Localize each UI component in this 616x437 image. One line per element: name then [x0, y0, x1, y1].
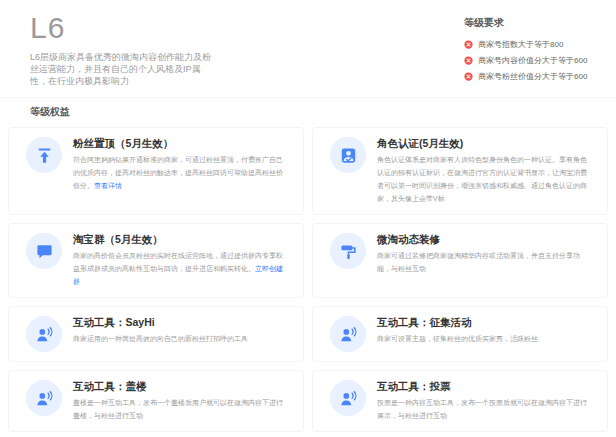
person-wave-icon: [26, 316, 62, 352]
benefit-description: 投票是一种内容互动工具，发布一个投票后就可以在微淘内容下进行展示，与粉丝进行互动: [377, 396, 593, 422]
benefit-desc-text: 商家可设置主题，征集粉丝的优质买家秀，活跃粉丝: [377, 335, 538, 342]
level-summary: L6 L6层级商家具备优秀的微淘内容创作能力及粉丝运营能力，并且有自己的个人风格…: [30, 12, 216, 87]
benefit-title: 互动工具：投票: [377, 380, 593, 393]
person-wave-icon: [330, 380, 366, 416]
benefit-desc-text: 盖楼是一种互动工具，发布一个盖楼后用户就可以在微淘内容下进行盖楼，与粉丝进行互动: [73, 399, 283, 419]
benefit-title: 微淘动态装修: [377, 233, 593, 246]
benefit-description: 盖楼是一种互动工具，发布一个盖楼后用户就可以在微淘内容下进行盖楼，与粉丝进行互动: [73, 396, 289, 422]
person-wave-icon: [330, 316, 366, 352]
benefit-title: 淘宝群（5月生效）: [73, 233, 289, 246]
benefit-card-vote: 互动工具：投票 投票是一种内容互动工具，发布一个投票后就可以在微淘内容下进行展示…: [312, 370, 608, 432]
requirement-text: 商家号粉丝价值分大于等于600: [478, 71, 587, 82]
benefit-card-taobao-group: 淘宝群（5月生效） 商家的高价值会员及粉丝的实时在线运营阵地，通过提供群内专享权…: [8, 223, 304, 298]
requirement-text: 商家号指数大于等于800: [478, 39, 563, 50]
level-description: L6层级商家具备优秀的微淘内容创作能力及粉丝运营能力，并且有自己的个人风格及IP…: [30, 51, 216, 87]
person-wave-icon: [26, 380, 62, 416]
cross-circle-icon: [464, 72, 473, 81]
benefit-desc-text: 商家运用的一种简短高效的向自己的新粉丝打招呼的工具: [73, 335, 248, 342]
level-title: L6: [30, 12, 216, 44]
requirement-item: 商家号粉丝价值分大于等于600: [464, 71, 604, 82]
benefit-card-collection-activity: 互动工具：征集活动 商家可设置主题，征集粉丝的优质买家秀，活跃粉丝: [312, 306, 608, 362]
merchant-level-page: L6 L6层级商家具备优秀的微淘内容创作能力及粉丝运营能力，并且有自己的个人风格…: [0, 0, 616, 437]
benefit-title: 互动工具：SayHi: [73, 316, 248, 329]
requirement-text: 商家号内容价值分大于等于600: [478, 55, 587, 66]
benefit-card-role-certification: 角色认证(5月生效) 角色认证体系是对商家有人设特色型身份角色的一种认证。享有角…: [312, 127, 608, 215]
benefit-card-fans-pin-top: 粉丝置顶（5月生效） 符合阿里妈妈钻展开通标准的商家，可通过粉丝置顶，付费推广自…: [8, 127, 304, 215]
level-requirements: 等级要求 商家号指数大于等于800 商家号内容价值分大于等于600 商家号粉丝价…: [464, 12, 604, 87]
paint-roller-icon: [330, 233, 366, 269]
benefit-desc-text: 角色认证体系是对商家有人设特色型身份角色的一种认证。享有角色认证的独有认证标识，…: [377, 156, 587, 202]
benefit-title: 角色认证(5月生效): [377, 137, 593, 150]
top-section: L6 L6层级商家具备优秀的微淘内容创作能力及粉丝运营能力，并且有自己的个人风格…: [0, 0, 616, 98]
pin-top-icon: [26, 137, 62, 173]
cross-circle-icon: [464, 56, 473, 65]
benefit-description: 商家可设置主题，征集粉丝的优质买家秀，活跃粉丝: [377, 332, 538, 345]
benefit-card-sayhi: 互动工具：SayHi 商家运用的一种简短高效的向自己的新粉丝打招呼的工具: [8, 306, 304, 362]
benefits-section: 等级权益 粉丝置顶（5月生效） 符合阿里妈妈钻展开通标准的商家，可通过粉丝置顶，…: [0, 98, 616, 437]
requirements-title: 等级要求: [464, 16, 604, 30]
benefit-title: 粉丝置顶（5月生效）: [73, 137, 289, 150]
cross-circle-icon: [464, 40, 473, 49]
benefit-card-weitao-decoration: 微淘动态装修 商家可通过装修把商家微淘精华内容或活动置顶，并且支持分享功能，与粉…: [312, 223, 608, 298]
benefit-description: 商家的高价值会员及粉丝的实时在线运营阵地，通过提供群内专享权益形成群成员的高粘性…: [73, 249, 289, 288]
benefit-card-gailou: 互动工具：盖楼 盖楼是一种互动工具，发布一个盖楼后用户就可以在微淘内容下进行盖楼…: [8, 370, 304, 432]
view-details-link[interactable]: 查看详情: [94, 182, 122, 189]
benefit-description: 商家可通过装修把商家微淘精华内容或活动置顶，并且支持分享功能，与粉丝互动: [377, 249, 593, 275]
requirement-item: 商家号指数大于等于800: [464, 39, 604, 50]
benefit-description: 商家运用的一种简短高效的向自己的新粉丝打招呼的工具: [73, 332, 248, 345]
benefits-grid: 粉丝置顶（5月生效） 符合阿里妈妈钻展开通标准的商家，可通过粉丝置顶，付费推广自…: [8, 127, 608, 437]
benefit-desc-text: 商家可通过装修把商家微淘精华内容或活动置顶，并且支持分享功能，与粉丝互动: [377, 252, 580, 272]
benefit-title: 互动工具：盖楼: [73, 380, 289, 393]
requirement-item: 商家号内容价值分大于等于600: [464, 55, 604, 66]
benefits-title: 等级权益: [30, 105, 608, 119]
benefit-desc-text: 投票是一种内容互动工具，发布一个投票后就可以在微淘内容下进行展示，与粉丝进行互动: [377, 399, 587, 419]
id-badge-icon: [330, 137, 366, 173]
benefit-description: 角色认证体系是对商家有人设特色型身份角色的一种认证。享有角色认证的独有认证标识，…: [377, 153, 593, 205]
benefit-title: 互动工具：征集活动: [377, 316, 538, 329]
chat-bubble-icon: [26, 233, 62, 269]
benefit-description: 符合阿里妈妈钻展开通标准的商家，可通过粉丝置顶，付费推广自己的优质内容，提高对粉…: [73, 153, 289, 192]
benefit-desc-text: 商家的高价值会员及粉丝的实时在线运营阵地，通过提供群内专享权益形成群成员的高粘性…: [73, 252, 283, 272]
